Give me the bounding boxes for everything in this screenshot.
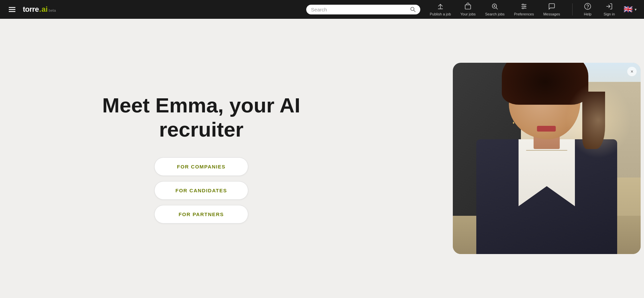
for-companies-button[interactable]: FOR COMPANIES xyxy=(154,157,248,176)
your-jobs-nav-item[interactable]: Your jobs xyxy=(456,1,480,17)
menu-icon[interactable] xyxy=(7,4,17,15)
preferences-label: Preferences xyxy=(514,12,534,16)
svg-point-17 xyxy=(585,3,591,9)
close-icon: × xyxy=(631,69,633,74)
messages-nav-item[interactable]: Messages xyxy=(539,1,564,17)
signin-nav-item[interactable]: Sign in xyxy=(600,1,618,17)
messages-icon xyxy=(548,3,555,11)
logo-torre: torre xyxy=(23,5,39,14)
svg-rect-6 xyxy=(465,5,471,9)
svg-point-16 xyxy=(522,8,524,9)
language-chevron-icon: ▼ xyxy=(634,8,637,11)
logo-beta: beta xyxy=(49,8,56,12)
publish-job-label: Publish a job xyxy=(430,12,451,16)
search-jobs-icon xyxy=(491,3,498,11)
signin-icon xyxy=(605,3,613,11)
signin-label: Sign in xyxy=(603,12,615,16)
hero-image-section: × xyxy=(449,19,644,298)
messages-label: Messages xyxy=(543,12,560,16)
svg-rect-0 xyxy=(9,7,15,8)
hero-title: Meet Emma, your AI recruiter xyxy=(74,93,329,141)
image-close-button[interactable]: × xyxy=(627,67,637,76)
for-partners-button[interactable]: FOR PARTNERS xyxy=(154,205,248,224)
search-button[interactable] xyxy=(410,7,416,12)
language-selector[interactable]: 🇬🇧 ▼ xyxy=(624,5,637,14)
emma-image-container: × xyxy=(453,63,641,254)
nav-divider xyxy=(572,3,573,15)
your-jobs-label: Your jobs xyxy=(461,12,476,16)
navbar: torre.aibeta Publish a job xyxy=(0,0,644,19)
svg-rect-1 xyxy=(9,9,15,10)
svg-rect-2 xyxy=(9,11,15,12)
svg-point-15 xyxy=(524,6,526,7)
hero-section: Meet Emma, your AI recruiter FOR COMPANI… xyxy=(74,93,329,224)
search-jobs-label: Search jobs xyxy=(485,12,504,16)
search-input[interactable] xyxy=(311,7,408,12)
svg-line-8 xyxy=(496,8,497,9)
svg-line-4 xyxy=(414,10,416,12)
preferences-icon xyxy=(520,3,528,11)
preferences-nav-item[interactable]: Preferences xyxy=(510,1,538,17)
publish-job-icon xyxy=(437,3,444,11)
logo[interactable]: torre.aibeta xyxy=(23,5,56,14)
logo-ai: ai xyxy=(42,5,48,14)
svg-point-14 xyxy=(522,4,524,5)
logo-dot: . xyxy=(39,5,41,14)
language-flag: 🇬🇧 xyxy=(624,5,633,14)
help-label: Help xyxy=(584,12,592,16)
main-content: Meet Emma, your AI recruiter FOR COMPANI… xyxy=(0,19,644,298)
nav-actions: Publish a job Your jobs Se xyxy=(426,1,564,17)
publish-job-nav-item[interactable]: Publish a job xyxy=(426,1,455,17)
help-nav-item[interactable]: Help xyxy=(581,1,595,17)
help-icon xyxy=(584,3,591,11)
hero-buttons: FOR COMPANIES FOR CANDIDATES FOR PARTNER… xyxy=(74,157,329,224)
search-bar[interactable] xyxy=(306,5,420,14)
svg-rect-5 xyxy=(438,8,443,9)
for-candidates-button[interactable]: FOR CANDIDATES xyxy=(154,181,248,200)
your-jobs-icon xyxy=(464,3,472,11)
search-jobs-nav-item[interactable]: Search jobs xyxy=(481,1,508,17)
